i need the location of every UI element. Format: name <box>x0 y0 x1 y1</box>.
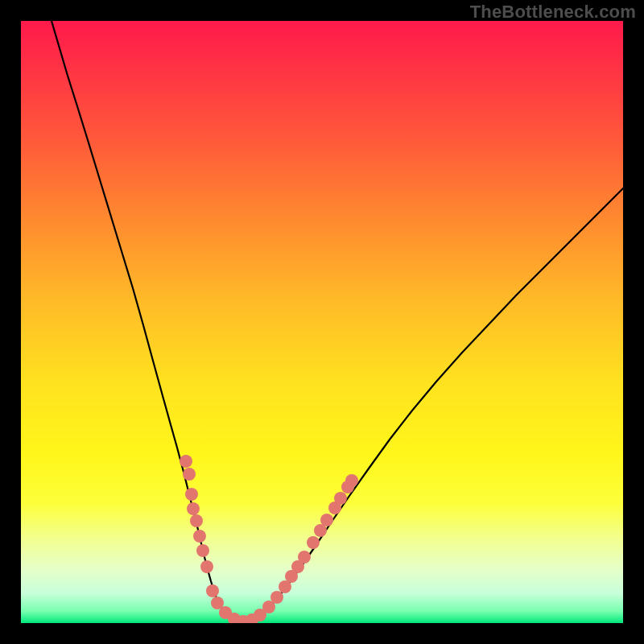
data-marker <box>320 514 333 526</box>
data-marker <box>345 474 358 487</box>
data-marker <box>183 468 196 481</box>
curve-layer <box>21 21 623 623</box>
data-marker <box>187 502 200 515</box>
plot-area <box>21 21 623 623</box>
data-marker <box>190 514 203 527</box>
data-marker <box>193 530 206 543</box>
data-marker <box>334 492 347 505</box>
data-marker <box>206 584 219 597</box>
data-marker <box>307 536 320 549</box>
chart-frame: TheBottleneck.com <box>0 0 644 644</box>
data-marker <box>298 551 311 564</box>
data-marker <box>196 544 209 557</box>
data-marker <box>180 455 192 468</box>
data-marker <box>270 591 283 604</box>
data-marker <box>185 488 198 501</box>
watermark-text: TheBottleneck.com <box>470 2 636 23</box>
curve-left-branch <box>52 21 243 621</box>
data-marker <box>200 560 213 573</box>
